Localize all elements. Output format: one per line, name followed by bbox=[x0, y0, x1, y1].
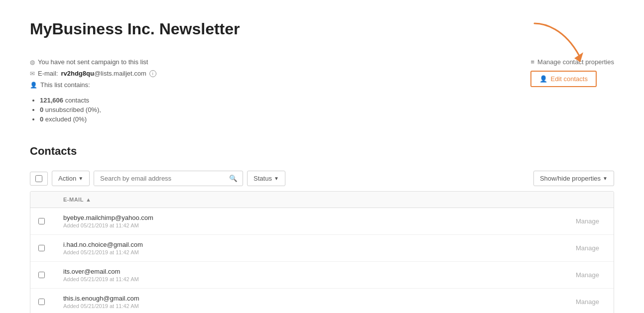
email-address: i.had.no.choice@gmail.com bbox=[63, 241, 143, 248]
email-label: E-mail: bbox=[38, 70, 58, 77]
list-stats: 121,606 contacts 0 unsubscribed (0%), 0 … bbox=[30, 95, 156, 125]
header-email-cell: E-MAIL ▲ bbox=[55, 192, 564, 208]
row-checkbox-cell bbox=[30, 235, 55, 261]
email-address: its.over@email.com bbox=[63, 268, 120, 275]
table-header: E-MAIL ▲ bbox=[30, 192, 614, 208]
email-address: this.is.enough@gmail.com bbox=[63, 295, 139, 302]
list-icon: ≡ bbox=[530, 58, 534, 66]
list-contains-label: This list contains: bbox=[40, 81, 90, 89]
header-checkbox-cell bbox=[30, 192, 55, 208]
search-input[interactable] bbox=[94, 171, 224, 186]
table-row: its.over@email.com Added 05/21/2019 at 1… bbox=[30, 262, 614, 289]
clock-icon: ◍ bbox=[30, 59, 35, 66]
select-all-checkbox-group[interactable] bbox=[30, 172, 48, 186]
info-right: ≡ Manage contact properties 👤 Edit conta… bbox=[530, 58, 614, 87]
row-checkbox-cell bbox=[30, 262, 55, 288]
row-email-cell: its.over@email.com Added 05/21/2019 at 1… bbox=[55, 262, 564, 288]
info-left: ◍ You have not sent campaign to this lis… bbox=[30, 58, 156, 125]
row-email-cell: byebye.mailchimp@yahoo.com Added 05/21/2… bbox=[55, 208, 564, 234]
show-hide-properties-button[interactable]: Show/hide properties ▼ bbox=[533, 171, 614, 186]
action-label: Action bbox=[58, 175, 76, 182]
excluded-item: 0 excluded (0%) bbox=[40, 115, 156, 123]
contacts-section: Contacts Action ▼ 🔍 Status ▼ Show/h bbox=[30, 145, 614, 313]
table-row: i.had.no.choice@gmail.com Added 05/21/20… bbox=[30, 235, 614, 262]
status-chevron-icon: ▼ bbox=[274, 176, 279, 181]
row-action-cell: Manage bbox=[564, 262, 614, 288]
search-icon: 🔍 bbox=[229, 175, 238, 182]
row-checkbox[interactable] bbox=[38, 272, 45, 278]
email-column-label: E-MAIL bbox=[63, 197, 84, 203]
status-dropdown-button[interactable]: Status ▼ bbox=[247, 171, 285, 186]
row-checkbox-cell bbox=[30, 289, 55, 313]
campaign-notice-row: ◍ You have not sent campaign to this lis… bbox=[30, 58, 156, 66]
search-icon-button[interactable]: 🔍 bbox=[224, 171, 243, 186]
manage-button[interactable]: Manage bbox=[572, 296, 603, 308]
person-icon: 👤 bbox=[30, 82, 37, 89]
edit-contacts-label: Edit contacts bbox=[550, 75, 587, 83]
row-checkbox[interactable] bbox=[38, 299, 45, 305]
campaign-notice: You have not sent campaign to this list bbox=[38, 58, 148, 66]
manage-button[interactable]: Manage bbox=[572, 215, 603, 227]
table-row: byebye.mailchimp@yahoo.com Added 05/21/2… bbox=[30, 208, 614, 235]
list-contains-row: 👤 This list contains: bbox=[30, 81, 156, 89]
email-added: Added 05/21/2019 at 11:42 AM bbox=[63, 222, 139, 228]
row-checkbox[interactable] bbox=[38, 245, 45, 251]
email-row: ✉ E-mail: rv2hdg8qu@lists.mailjet.com i bbox=[30, 70, 156, 77]
status-label: Status bbox=[254, 175, 272, 182]
table-row: this.is.enough@gmail.com Added 05/21/201… bbox=[30, 289, 614, 313]
select-all-checkbox[interactable] bbox=[35, 175, 42, 182]
info-section: ◍ You have not sent campaign to this lis… bbox=[30, 58, 614, 125]
email-value: rv2hdg8qu@lists.mailjet.com bbox=[61, 70, 146, 77]
row-action-cell: Manage bbox=[564, 289, 614, 313]
show-hide-chevron-icon: ▼ bbox=[603, 176, 608, 181]
email-icon: ✉ bbox=[30, 70, 35, 77]
info-icon[interactable]: i bbox=[149, 70, 156, 77]
row-checkbox[interactable] bbox=[38, 218, 45, 224]
row-action-cell: Manage bbox=[564, 208, 614, 234]
manage-button[interactable]: Manage bbox=[572, 269, 603, 281]
contacts-toolbar: Action ▼ 🔍 Status ▼ Show/hide properties… bbox=[30, 166, 614, 191]
row-action-cell: Manage bbox=[564, 235, 614, 261]
search-container: 🔍 bbox=[94, 171, 243, 186]
contacts-count-item: 121,606 contacts bbox=[40, 97, 156, 104]
sort-icon[interactable]: ▲ bbox=[86, 197, 91, 203]
email-added: Added 05/21/2019 at 11:42 AM bbox=[63, 303, 139, 309]
person-edit-icon: 👤 bbox=[539, 75, 547, 83]
email-address: byebye.mailchimp@yahoo.com bbox=[63, 214, 153, 221]
unsubscribed-item: 0 unsubscribed (0%), bbox=[40, 106, 156, 113]
email-added: Added 05/21/2019 at 11:42 AM bbox=[63, 249, 139, 255]
email-added: Added 05/21/2019 at 11:42 AM bbox=[63, 276, 139, 282]
action-chevron-icon: ▼ bbox=[78, 176, 83, 181]
row-email-cell: i.had.no.choice@gmail.com Added 05/21/20… bbox=[55, 235, 564, 261]
action-dropdown-button[interactable]: Action ▼ bbox=[52, 171, 90, 186]
show-hide-label: Show/hide properties bbox=[540, 175, 601, 182]
manage-button[interactable]: Manage bbox=[572, 242, 603, 254]
row-email-cell: this.is.enough@gmail.com Added 05/21/201… bbox=[55, 289, 564, 313]
manage-properties-label: Manage contact properties bbox=[537, 58, 614, 66]
contacts-heading: Contacts bbox=[30, 145, 614, 158]
row-checkbox-cell bbox=[30, 208, 55, 234]
page-title: MyBusiness Inc. Newsletter bbox=[30, 20, 614, 38]
edit-contacts-button[interactable]: 👤 Edit contacts bbox=[530, 71, 596, 87]
contacts-table: E-MAIL ▲ byebye.mailchimp@yahoo.com Adde… bbox=[30, 191, 614, 313]
header-action-cell bbox=[564, 192, 614, 208]
manage-properties-link[interactable]: ≡ Manage contact properties bbox=[530, 58, 614, 66]
